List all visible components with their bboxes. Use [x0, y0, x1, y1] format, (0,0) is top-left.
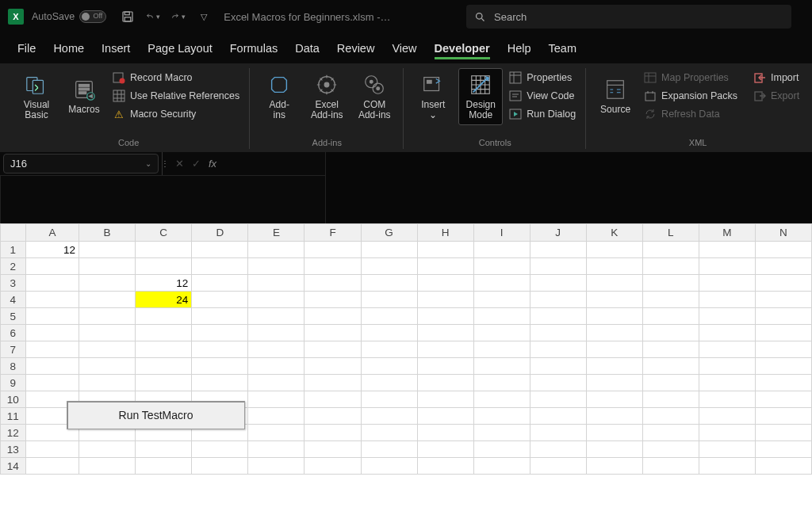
cell[interactable] — [755, 275, 811, 292]
cell[interactable] — [304, 391, 361, 408]
cell[interactable] — [304, 408, 361, 425]
cell[interactable] — [755, 391, 811, 408]
cell[interactable] — [25, 458, 79, 475]
search-box[interactable]: Search — [466, 5, 791, 29]
save-icon[interactable] — [121, 10, 135, 24]
insert-control-button[interactable]: Insert⌄ — [411, 68, 455, 125]
cell[interactable] — [586, 425, 642, 441]
redo-icon[interactable] — [171, 10, 186, 24]
column-header[interactable]: J — [530, 224, 586, 242]
cell[interactable] — [192, 458, 248, 475]
cell[interactable] — [304, 358, 361, 375]
row-header[interactable]: 12 — [1, 425, 26, 441]
cell[interactable]: 12 — [136, 275, 192, 292]
cell[interactable] — [79, 308, 136, 325]
cell[interactable] — [699, 425, 755, 441]
cell[interactable] — [642, 441, 699, 458]
cell[interactable] — [473, 275, 530, 292]
cell[interactable] — [417, 458, 473, 475]
cell[interactable] — [304, 258, 361, 275]
cell[interactable] — [25, 341, 79, 358]
cell[interactable] — [136, 242, 192, 258]
tab-data[interactable]: Data — [295, 37, 320, 59]
cell[interactable] — [417, 441, 473, 458]
cell[interactable] — [530, 441, 586, 458]
tab-file[interactable]: File — [17, 37, 36, 59]
formula-bar[interactable] — [325, 152, 812, 223]
cell[interactable] — [699, 358, 755, 375]
cell[interactable] — [699, 308, 755, 325]
cell[interactable] — [79, 458, 136, 475]
cell[interactable] — [192, 292, 248, 308]
cell[interactable] — [248, 441, 304, 458]
cell[interactable] — [417, 425, 473, 441]
cell[interactable] — [755, 341, 811, 358]
import-button[interactable]: Import — [750, 70, 802, 86]
cell[interactable] — [136, 325, 192, 341]
cell[interactable] — [192, 308, 248, 325]
cell[interactable] — [136, 341, 192, 358]
qat-dropdown-icon[interactable]: ▽ — [197, 10, 211, 24]
cancel-formula-icon[interactable]: ✕ — [175, 158, 184, 170]
properties-button[interactable]: Properties — [506, 70, 579, 86]
cell[interactable] — [699, 275, 755, 292]
cell[interactable] — [473, 242, 530, 258]
cell[interactable] — [25, 441, 79, 458]
cell[interactable] — [248, 341, 304, 358]
cell[interactable] — [361, 458, 417, 475]
cell[interactable] — [192, 258, 248, 275]
cell[interactable] — [248, 425, 304, 441]
cell[interactable] — [755, 308, 811, 325]
tab-review[interactable]: Review — [337, 37, 375, 59]
cell[interactable] — [136, 458, 192, 475]
cell[interactable] — [473, 325, 530, 341]
cell[interactable] — [699, 242, 755, 258]
cell[interactable] — [361, 275, 417, 292]
visual-basic-button[interactable]: Visual Basic — [14, 68, 59, 125]
cell[interactable] — [79, 341, 136, 358]
cell[interactable] — [755, 325, 811, 341]
cell[interactable] — [417, 325, 473, 341]
column-header[interactable]: C — [136, 224, 192, 242]
column-header[interactable]: B — [79, 224, 136, 242]
enter-formula-icon[interactable]: ✓ — [192, 158, 201, 170]
cell[interactable] — [642, 242, 699, 258]
tab-insert[interactable]: Insert — [102, 37, 130, 59]
cell[interactable] — [25, 375, 79, 391]
cell[interactable] — [755, 258, 811, 275]
cell[interactable] — [530, 258, 586, 275]
cell[interactable] — [192, 375, 248, 391]
cell[interactable] — [530, 292, 586, 308]
cell[interactable] — [248, 275, 304, 292]
cell[interactable] — [304, 325, 361, 341]
cell[interactable] — [361, 391, 417, 408]
row-header[interactable]: 14 — [1, 458, 26, 475]
cell[interactable] — [361, 358, 417, 375]
cell[interactable] — [79, 292, 136, 308]
cell[interactable] — [25, 308, 79, 325]
row-header[interactable]: 9 — [1, 375, 26, 391]
cell[interactable] — [361, 258, 417, 275]
cell[interactable] — [642, 391, 699, 408]
view-code-button[interactable]: View Code — [506, 88, 579, 104]
column-header[interactable]: G — [361, 224, 417, 242]
run-dialog-button[interactable]: Run Dialog — [506, 106, 579, 122]
cell[interactable]: 12 — [25, 242, 79, 258]
macro-security-button[interactable]: ⚠Macro Security — [109, 106, 243, 122]
cell[interactable] — [473, 341, 530, 358]
cell[interactable] — [192, 341, 248, 358]
run-testmacro-button[interactable]: Run TestMacro — [67, 401, 245, 429]
cell[interactable] — [586, 308, 642, 325]
excel-addins-button[interactable]: Excel Add-ins — [304, 68, 349, 125]
cell[interactable] — [192, 441, 248, 458]
cell[interactable] — [642, 325, 699, 341]
select-all-corner[interactable] — [1, 224, 26, 242]
cell[interactable] — [304, 425, 361, 441]
cell[interactable] — [136, 308, 192, 325]
cell[interactable] — [755, 458, 811, 475]
cell[interactable] — [417, 358, 473, 375]
cell[interactable] — [304, 375, 361, 391]
cell[interactable] — [192, 358, 248, 375]
cell[interactable] — [530, 275, 586, 292]
cell[interactable] — [642, 275, 699, 292]
